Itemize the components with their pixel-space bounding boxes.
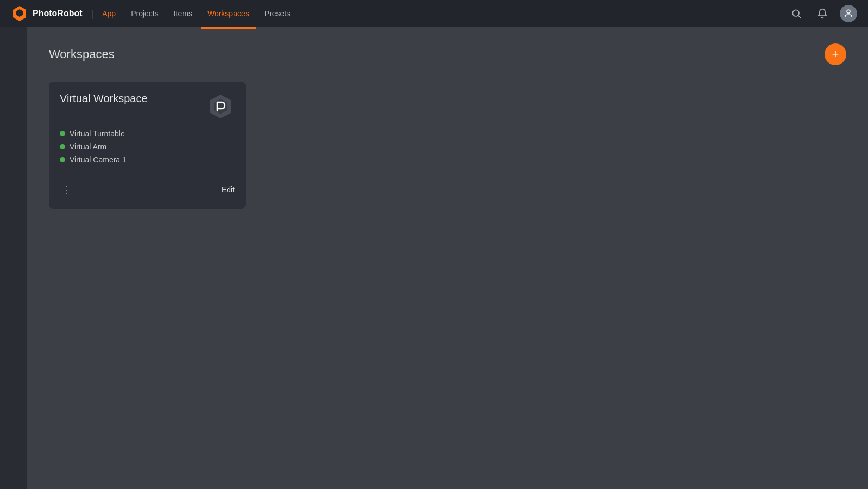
notifications-button[interactable] xyxy=(814,5,831,22)
nav-link-presets[interactable]: Presets xyxy=(258,6,297,21)
device-status-dot xyxy=(60,131,65,136)
edit-workspace-button[interactable]: Edit xyxy=(222,185,235,194)
device-status-dot xyxy=(60,157,65,162)
nav-link-items[interactable]: Items xyxy=(167,6,199,21)
workspace-card-footer: ⋮ Edit xyxy=(60,177,235,198)
more-dots-icon: ⋮ xyxy=(62,184,72,196)
svg-point-4 xyxy=(847,10,850,13)
workspace-devices: Virtual Turntable Virtual Arm Virtual Ca… xyxy=(60,129,235,164)
workspaces-grid: Virtual Workspace Virtual Turntable Virt… xyxy=(49,82,846,209)
device-name: Virtual Camera 1 xyxy=(70,155,127,164)
workspace-card: Virtual Workspace Virtual Turntable Virt… xyxy=(49,82,246,209)
device-name: Virtual Arm xyxy=(70,142,106,151)
brand-name: PhotoRobot xyxy=(33,9,83,18)
workspace-logo-icon xyxy=(206,92,235,121)
search-icon xyxy=(791,8,802,19)
search-button[interactable] xyxy=(788,5,805,22)
page-title: Workspaces xyxy=(49,47,115,61)
device-name: Virtual Turntable xyxy=(70,129,125,138)
device-item: Virtual Camera 1 xyxy=(60,155,235,164)
device-status-dot xyxy=(60,144,65,149)
brand-logo-icon xyxy=(11,5,28,22)
workspace-card-title: Virtual Workspace xyxy=(60,92,148,105)
bell-icon xyxy=(817,8,828,19)
add-icon: + xyxy=(832,47,839,61)
nav-link-workspaces[interactable]: Workspaces xyxy=(201,6,256,21)
device-item: Virtual Turntable xyxy=(60,129,235,138)
nav-links: Projects Items Workspaces Presets xyxy=(124,6,788,21)
nav-link-projects[interactable]: Projects xyxy=(124,6,165,21)
user-icon xyxy=(844,9,853,18)
brand-app-label: App xyxy=(102,9,116,18)
brand: PhotoRobot | App xyxy=(11,5,116,22)
workspace-card-header: Virtual Workspace xyxy=(60,92,235,121)
page-header: Workspaces + xyxy=(49,43,846,65)
device-item: Virtual Arm xyxy=(60,142,235,151)
svg-line-3 xyxy=(798,16,801,18)
main-content: Workspaces + Virtual Workspace Virtu xyxy=(27,27,868,489)
navbar-right xyxy=(788,5,857,22)
more-options-button[interactable]: ⋮ xyxy=(60,181,74,198)
user-avatar[interactable] xyxy=(840,5,857,22)
brand-divider: | xyxy=(91,8,94,20)
navbar: PhotoRobot | App Projects Items Workspac… xyxy=(0,0,868,27)
sidebar xyxy=(0,27,27,489)
add-workspace-button[interactable]: + xyxy=(825,43,846,65)
